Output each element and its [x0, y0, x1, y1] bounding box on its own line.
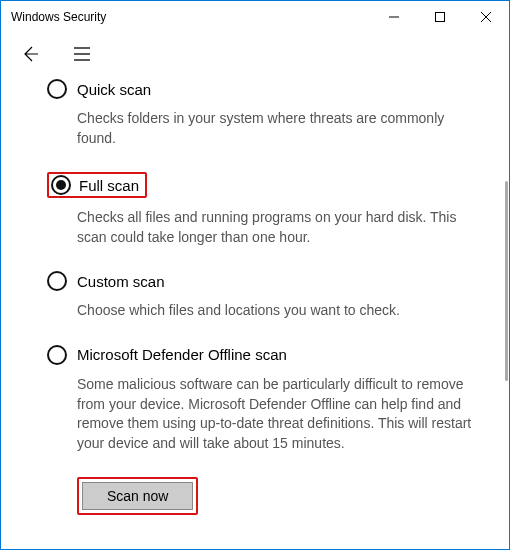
radio-icon [47, 345, 67, 365]
scan-options-panel: Quick scan Checks folders in your system… [1, 79, 509, 547]
custom-scan-desc: Choose which files and locations you wan… [47, 301, 485, 321]
maximize-button[interactable] [417, 1, 463, 33]
quick-scan-label: Quick scan [77, 81, 151, 98]
titlebar: Windows Security [1, 1, 509, 33]
custom-scan-radio-row[interactable]: Custom scan [47, 271, 485, 291]
scan-now-highlight: Scan now [77, 477, 198, 515]
full-scan-desc: Checks all files and running programs on… [47, 208, 485, 247]
maximize-icon [435, 12, 445, 22]
close-icon [481, 12, 491, 22]
offline-scan-desc: Some malicious software can be particula… [47, 375, 485, 453]
radio-icon [51, 175, 71, 195]
scan-now-button[interactable]: Scan now [82, 482, 193, 510]
full-scan-label: Full scan [79, 177, 139, 194]
close-button[interactable] [463, 1, 509, 33]
radio-icon [47, 271, 67, 291]
window-controls [371, 1, 509, 33]
custom-scan-option: Custom scan Choose which files and locat… [47, 271, 485, 321]
nav-row [1, 33, 509, 79]
scrollbar[interactable] [505, 181, 508, 381]
minimize-icon [389, 12, 399, 22]
full-scan-radio-row[interactable]: Full scan [47, 172, 485, 198]
svg-rect-1 [436, 13, 445, 22]
minimize-button[interactable] [371, 1, 417, 33]
offline-scan-label: Microsoft Defender Offline scan [77, 346, 287, 363]
offline-scan-radio-row[interactable]: Microsoft Defender Offline scan [47, 345, 485, 365]
quick-scan-desc: Checks folders in your system where thre… [47, 109, 485, 148]
back-arrow-icon [21, 45, 39, 63]
hamburger-button[interactable] [67, 39, 97, 69]
quick-scan-option: Quick scan Checks folders in your system… [47, 79, 485, 148]
full-scan-option: Full scan Checks all files and running p… [47, 172, 485, 247]
window-title: Windows Security [11, 10, 106, 24]
back-button[interactable] [15, 39, 45, 69]
radio-icon [47, 79, 67, 99]
offline-scan-option: Microsoft Defender Offline scan Some mal… [47, 345, 485, 453]
full-scan-highlight: Full scan [47, 172, 147, 198]
hamburger-icon [74, 47, 90, 61]
custom-scan-label: Custom scan [77, 273, 165, 290]
quick-scan-radio-row[interactable]: Quick scan [47, 79, 485, 99]
